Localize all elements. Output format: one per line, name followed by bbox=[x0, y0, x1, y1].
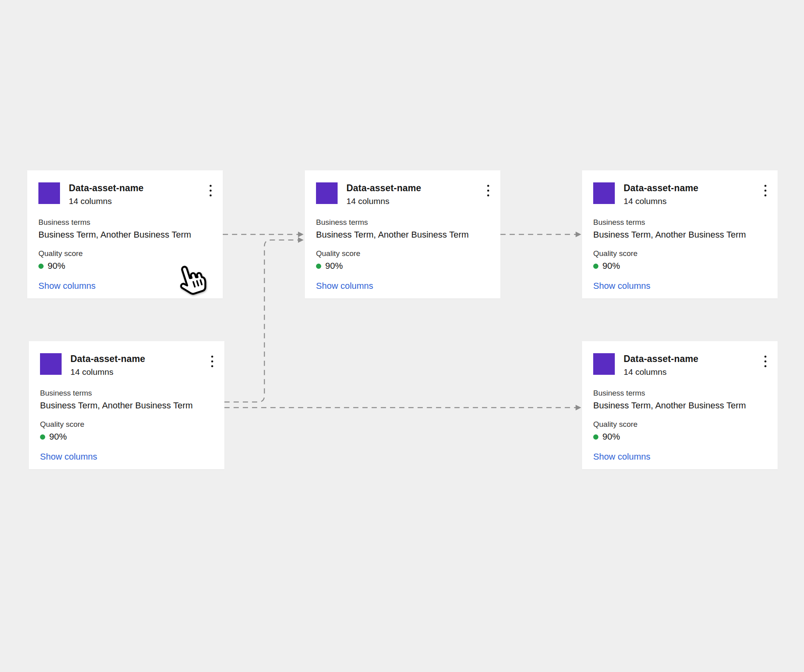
show-columns-link[interactable]: Show columns bbox=[38, 281, 96, 291]
business-terms-value: Business Term, Another Business Term bbox=[593, 230, 766, 240]
quality-score-label: Quality score bbox=[593, 420, 766, 429]
data-asset-card-top-left[interactable]: Data-asset-name 14 columns Business term… bbox=[27, 170, 223, 298]
business-terms-label: Business terms bbox=[40, 388, 213, 398]
show-columns-link[interactable]: Show columns bbox=[593, 281, 650, 291]
quality-score-field: Quality score 90% bbox=[593, 420, 766, 442]
quality-score-label: Quality score bbox=[593, 249, 766, 258]
card-header: Data-asset-name 14 columns bbox=[593, 353, 766, 377]
asset-title: Data-asset-name bbox=[624, 353, 698, 364]
quality-score-value: 90% bbox=[602, 432, 620, 442]
data-asset-card-bottom-right[interactable]: Data-asset-name 14 columns Business term… bbox=[582, 341, 778, 469]
asset-subtitle: 14 columns bbox=[70, 367, 145, 377]
business-terms-value: Business Term, Another Business Term bbox=[316, 230, 489, 240]
business-terms-field: Business terms Business Term, Another Bu… bbox=[593, 388, 766, 411]
data-asset-icon bbox=[593, 182, 615, 204]
arrowhead-icon bbox=[298, 237, 304, 243]
asset-title: Data-asset-name bbox=[624, 182, 698, 194]
card-heading: Data-asset-name 14 columns bbox=[346, 182, 421, 206]
connector-bottomleft-to-middle bbox=[224, 240, 298, 402]
quality-score-label: Quality score bbox=[38, 249, 212, 258]
overflow-menu-icon[interactable] bbox=[484, 182, 492, 200]
data-asset-icon bbox=[593, 353, 615, 375]
asset-title: Data-asset-name bbox=[70, 353, 145, 364]
card-heading: Data-asset-name 14 columns bbox=[624, 353, 698, 377]
overflow-menu-icon[interactable] bbox=[761, 352, 770, 370]
quality-score-label: Quality score bbox=[40, 420, 213, 429]
business-terms-label: Business terms bbox=[38, 218, 212, 227]
quality-status-dot-icon bbox=[38, 264, 44, 269]
quality-status-dot-icon bbox=[316, 264, 321, 269]
card-heading: Data-asset-name 14 columns bbox=[624, 182, 698, 206]
quality-status-dot-icon bbox=[593, 434, 598, 440]
lineage-connectors bbox=[0, 0, 804, 672]
quality-score-value: 90% bbox=[325, 261, 343, 271]
business-terms-label: Business terms bbox=[316, 218, 489, 227]
card-heading: Data-asset-name 14 columns bbox=[70, 353, 145, 377]
business-terms-label: Business terms bbox=[593, 218, 766, 227]
data-asset-icon bbox=[40, 353, 62, 375]
data-asset-card-top-right[interactable]: Data-asset-name 14 columns Business term… bbox=[582, 170, 778, 298]
asset-title: Data-asset-name bbox=[69, 182, 144, 194]
show-columns-link[interactable]: Show columns bbox=[593, 452, 650, 462]
asset-subtitle: 14 columns bbox=[69, 196, 144, 206]
arrowhead-icon bbox=[576, 405, 581, 410]
overflow-menu-icon[interactable] bbox=[206, 182, 215, 200]
business-terms-field: Business terms Business Term, Another Bu… bbox=[316, 218, 489, 240]
business-terms-field: Business terms Business Term, Another Bu… bbox=[593, 218, 766, 240]
quality-score-field: Quality score 90% bbox=[593, 249, 766, 271]
business-terms-value: Business Term, Another Business Term bbox=[593, 400, 766, 411]
data-asset-icon bbox=[316, 182, 338, 204]
arrowhead-icon bbox=[298, 232, 304, 237]
business-terms-value: Business Term, Another Business Term bbox=[38, 230, 212, 240]
quality-score-label: Quality score bbox=[316, 249, 489, 258]
asset-title: Data-asset-name bbox=[346, 182, 421, 194]
overflow-menu-icon[interactable] bbox=[761, 182, 770, 200]
quality-score-field: Quality score 90% bbox=[40, 420, 213, 442]
business-terms-value: Business Term, Another Business Term bbox=[40, 400, 213, 411]
asset-subtitle: 14 columns bbox=[346, 196, 421, 206]
asset-subtitle: 14 columns bbox=[624, 196, 698, 206]
show-columns-link[interactable]: Show columns bbox=[40, 452, 97, 462]
quality-score-value: 90% bbox=[48, 261, 65, 271]
overflow-menu-icon[interactable] bbox=[208, 352, 216, 370]
quality-status-dot-icon bbox=[40, 434, 45, 440]
asset-subtitle: 14 columns bbox=[624, 367, 698, 377]
card-header: Data-asset-name 14 columns bbox=[40, 353, 213, 377]
data-asset-card-bottom-left[interactable]: Data-asset-name 14 columns Business term… bbox=[29, 341, 224, 469]
quality-score-value: 90% bbox=[602, 261, 620, 271]
business-terms-field: Business terms Business Term, Another Bu… bbox=[40, 388, 213, 411]
card-header: Data-asset-name 14 columns bbox=[593, 182, 766, 206]
card-header: Data-asset-name 14 columns bbox=[316, 182, 489, 206]
quality-score-field: Quality score 90% bbox=[316, 249, 489, 271]
card-heading: Data-asset-name 14 columns bbox=[69, 182, 144, 206]
quality-score-value: 90% bbox=[49, 432, 67, 442]
card-header: Data-asset-name 14 columns bbox=[38, 182, 212, 206]
data-asset-icon bbox=[38, 182, 60, 204]
business-terms-label: Business terms bbox=[593, 388, 766, 398]
lineage-canvas: Data-asset-name 14 columns Business term… bbox=[0, 0, 804, 672]
arrowhead-icon bbox=[576, 232, 581, 237]
business-terms-field: Business terms Business Term, Another Bu… bbox=[38, 218, 212, 240]
quality-score-field: Quality score 90% bbox=[38, 249, 212, 271]
show-columns-link[interactable]: Show columns bbox=[316, 281, 373, 291]
data-asset-card-middle[interactable]: Data-asset-name 14 columns Business term… bbox=[305, 170, 500, 298]
quality-status-dot-icon bbox=[593, 264, 598, 269]
